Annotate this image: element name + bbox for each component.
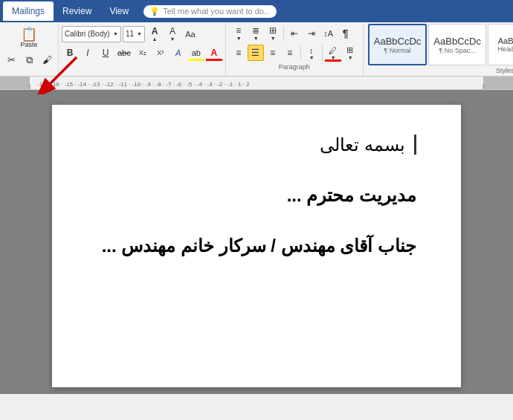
borders-button[interactable]: ⊞▼	[342, 44, 358, 62]
chevron-down-icon: ▼	[137, 31, 142, 36]
italic-button[interactable]: I	[80, 45, 96, 61]
grow-font-button[interactable]: A▲	[146, 25, 163, 43]
shading-button[interactable]: 🖊 ▼	[325, 45, 341, 62]
separator3	[322, 45, 323, 60]
align-center-button[interactable]: ☰	[248, 45, 264, 61]
text-line2: مدیریت محترم ...	[97, 185, 416, 206]
text-highlight-button[interactable]: ab	[188, 45, 204, 61]
show-paragraph-button[interactable]: ¶	[338, 25, 354, 42]
style-no-spacing[interactable]: AaBbCcDc ¶ No Spac...	[428, 24, 486, 65]
paste-button[interactable]: 📋 Paste	[16, 25, 42, 51]
style-normal[interactable]: AaBbCcDc ¶ Normal	[368, 24, 428, 65]
red-arrow-annotation	[36, 90, 88, 97]
shrink-font-button[interactable]: A▼	[164, 25, 181, 43]
svg-text:-17 · -16 · -15 · -14 · -13 · : -17 · -16 · -15 · -14 · -13 · -12 · -11 …	[37, 81, 250, 88]
format-painter-button[interactable]: 🖌	[39, 51, 55, 68]
tab-view[interactable]: View	[100, 1, 138, 21]
tell-me-input[interactable]: 💡 Tell me what you want to do...	[143, 5, 277, 18]
numbering-button[interactable]: ≣▼	[248, 24, 264, 42]
paragraph-group: ≡▼ ≣▼ ⊞▼ ⇤ ⇥ ↕A ¶ ≡ ☰ ≡ ≡ ↕▼ 🖊	[226, 22, 364, 76]
line1-container: بسمه تعالی	[97, 135, 416, 155]
justify-button[interactable]: ≡	[282, 45, 298, 61]
annotation-svg	[36, 90, 88, 94]
multilevel-list-button[interactable]: ⊞▼	[265, 24, 281, 42]
paste-icon: 📋	[21, 28, 37, 41]
svg-rect-1	[483, 77, 513, 90]
tab-mailings[interactable]: Mailings	[3, 1, 54, 21]
lightbulb-icon: 💡	[149, 7, 160, 16]
decrease-indent-button[interactable]: ⇤	[286, 25, 303, 42]
format-painter-icon: 🖌	[42, 55, 52, 65]
highlight-color-bar	[188, 59, 204, 61]
chevron-down-icon: ▼	[113, 31, 118, 36]
increase-indent-button[interactable]: ⇥	[303, 25, 320, 42]
line-spacing-button[interactable]: ↕▼	[303, 45, 320, 62]
styles-group: AaBbCcDc ¶ Normal AaBbCcDc ¶ No Spac... …	[364, 22, 513, 76]
align-right-button[interactable]: ≡	[265, 45, 281, 61]
bullets-button[interactable]: ≡▼	[230, 24, 247, 42]
document-area: بسمه تعالی مدیریت محترم ... جناب آقای مه…	[0, 90, 513, 394]
sort-button[interactable]: ↕A	[320, 25, 337, 42]
document-content: بسمه تعالی مدیریت محترم ... جناب آقای مه…	[97, 135, 416, 256]
clipboard-group: 📋 Paste ✂ ⧉ 🖌	[0, 22, 59, 76]
font-name-dropdown[interactable]: Calibri (Body) ▼	[62, 26, 121, 42]
clear-format-button[interactable]: Aa	[182, 26, 199, 42]
ruler: -17 · -16 · -15 · -14 · -13 · -12 · -11 …	[0, 77, 513, 90]
ruler-svg: -17 · -16 · -15 · -14 · -13 · -12 · -11 …	[0, 77, 513, 90]
style-heading1[interactable]: AaBbCc Heading 1	[488, 24, 513, 65]
superscript-button[interactable]: X²	[152, 45, 169, 61]
copy-button[interactable]: ⧉	[21, 51, 37, 68]
font-color-bar	[206, 59, 222, 61]
ribbon: 📋 Paste ✂ ⧉ 🖌 Calibri (Body)	[0, 22, 513, 77]
strikethrough-button[interactable]: abc	[115, 45, 133, 61]
text-line1: بسمه تعالی	[320, 135, 416, 155]
font-group: Calibri (Body) ▼ 11 ▼ A▲ A▼ Aa B I U abc…	[59, 22, 226, 76]
font-color-button[interactable]: A	[206, 45, 222, 61]
tab-review[interactable]: Review	[54, 1, 100, 21]
copy-icon: ⧉	[26, 55, 33, 65]
document-page: بسمه تعالی مدیریت محترم ... جناب آقای مه…	[52, 105, 461, 387]
cut-button[interactable]: ✂	[3, 51, 19, 68]
align-left-button[interactable]: ≡	[230, 45, 247, 61]
text-effects-button[interactable]: A	[170, 45, 187, 61]
style-cards: AaBbCcDc ¶ Normal AaBbCcDc ¶ No Spac... …	[368, 24, 513, 65]
app-container: Mailings Review View 💡 Tell me what you …	[0, 0, 513, 394]
svg-rect-0	[0, 77, 30, 90]
underline-button[interactable]: U	[97, 45, 114, 61]
separator2	[300, 45, 301, 60]
separator	[283, 26, 284, 41]
text-line3: جناب آقای مهندس / سرکار خانم مهندس ...	[97, 236, 416, 256]
subscript-button[interactable]: X₂	[135, 45, 151, 61]
bold-button[interactable]: B	[62, 45, 78, 61]
font-size-dropdown[interactable]: 11 ▼	[123, 26, 145, 42]
tab-bar: Mailings Review View 💡 Tell me what you …	[0, 0, 513, 22]
cut-icon: ✂	[7, 55, 16, 65]
